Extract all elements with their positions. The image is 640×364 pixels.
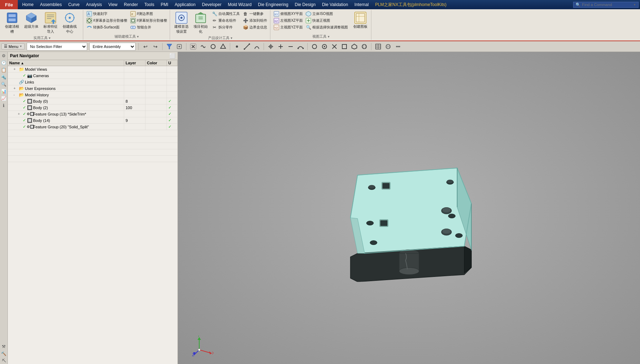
- find-command-box[interactable]: 🔍 ▼: [573, 2, 639, 8]
- nav-row-model-views[interactable]: + 📁 Model Views: [8, 66, 178, 73]
- dropdown-arrow-product[interactable]: ▼: [230, 37, 233, 40]
- nav-row-feature-group-13[interactable]: + ✓ ⚙🔲 Feature Group (13) *SideTrim* ✓: [8, 111, 178, 117]
- btn-super-cube[interactable]: 超级方体: [22, 11, 41, 31]
- btn-create-drawing[interactable]: 创建图板: [351, 11, 370, 31]
- btn-iso-view[interactable]: 立体ISO视图: [305, 11, 349, 17]
- nav-col-layer[interactable]: Layer: [124, 60, 146, 66]
- nav-row-cameras[interactable]: ✓ 📷 Cameras: [8, 73, 178, 79]
- sidebar-icon-history[interactable]: 🕐: [1, 60, 7, 66]
- btn-convert-b-surface[interactable]: 转换B-Surface面: [85, 24, 128, 31]
- cmd-rect[interactable]: [340, 43, 348, 50]
- cmd-redo[interactable]: ↪: [152, 43, 159, 50]
- sidebar-icon-layers[interactable]: 📋: [1, 67, 7, 73]
- menu-internal[interactable]: Internal: [351, 1, 371, 8]
- nav-row-body-14[interactable]: ✓ 🔲 Body (14) 9 ✓: [8, 117, 178, 124]
- menu-tools[interactable]: Tools: [142, 1, 157, 8]
- btn-front-view[interactable]: 快速正视图: [305, 17, 349, 24]
- btn-one-click-ref[interactable]: 🗑 一键删参: [242, 11, 268, 17]
- expand-model-hist[interactable]: -: [14, 93, 18, 97]
- menu-plmhome[interactable]: PLM之家NX工具包(plmhomeToolKits): [372, 1, 449, 9]
- btn-quick-adjust-view[interactable]: 🔍 根据选择快速调整视图: [305, 24, 349, 31]
- nav-row-model-history[interactable]: - 📂 Model History: [8, 92, 178, 98]
- nav-row-links[interactable]: 🔗 Links: [8, 79, 178, 85]
- cmd-arc[interactable]: [253, 43, 261, 50]
- cmd-dot-circle[interactable]: [321, 43, 328, 50]
- btn-bbox-info[interactable]: 📦 边界盒信息: [242, 24, 268, 31]
- sidebar-icon-filter[interactable]: 🔍: [1, 81, 7, 87]
- menu-view[interactable]: View: [105, 1, 120, 8]
- btn-disassemble[interactable]: ✂ 拆分零件: [211, 24, 241, 31]
- find-command-input[interactable]: [582, 2, 632, 7]
- btn-build-model-settings[interactable]: 建模首选项设置: [172, 11, 191, 35]
- cmd-more-options[interactable]: [394, 43, 402, 50]
- nav-row-feature-group-20[interactable]: ✓ ⚙🔲 Feature Group (20) "Solid_Split" ✓: [8, 124, 178, 130]
- btn-screen-poly-split[interactable]: #屏幕多边形分割修整: [85, 17, 128, 24]
- sidebar-icon-tool1[interactable]: ⚒: [1, 343, 7, 350]
- menu-developer[interactable]: Developer: [199, 1, 224, 8]
- sidebar-icon-info[interactable]: ℹ: [1, 102, 7, 109]
- sidebar-icon-chart[interactable]: 📊: [1, 88, 7, 95]
- menu-toggle[interactable]: ☰ Menu ▼: [1, 43, 25, 49]
- menu-home[interactable]: Home: [19, 1, 36, 8]
- cmd-face-select[interactable]: [219, 43, 227, 50]
- btn-create-clear-root[interactable]: 创建清根槽: [3, 11, 21, 35]
- menu-pmi[interactable]: PMI: [158, 1, 171, 8]
- file-menu-button[interactable]: File: [0, 0, 18, 9]
- cmd-table[interactable]: [374, 43, 382, 50]
- cmd-point[interactable]: [233, 43, 241, 50]
- btn-screen-rect-split[interactable]: #屏幕矩形分割修整: [129, 17, 169, 24]
- btn-project-init[interactable]: 项目初始化: [191, 11, 210, 35]
- btn-rename-part[interactable]: ✏ 重命名组件: [211, 17, 241, 24]
- btn-measure-border[interactable]: # #测边界图: [129, 11, 169, 17]
- selection-filter-select[interactable]: No Selection Filter: [27, 43, 87, 50]
- btn-top-xy-view[interactable]: XY 俯视图XY平面: [273, 11, 304, 17]
- cmd-render-sphere[interactable]: [360, 43, 368, 50]
- btn-create-curve-center[interactable]: 创建曲线中心: [60, 11, 79, 35]
- cmd-circle[interactable]: [311, 43, 318, 50]
- btn-standard-feature[interactable]: 标准特征导入: [41, 11, 60, 35]
- nav-col-name[interactable]: Name ▲: [8, 60, 124, 66]
- sidebar-icon-tool2[interactable]: 🔨: [1, 350, 7, 357]
- nav-col-color[interactable]: Color: [146, 60, 167, 66]
- cmd-cross[interactable]: [330, 43, 338, 50]
- cmd-chain-select[interactable]: [199, 43, 207, 50]
- menu-assemblies[interactable]: Assemblies: [37, 1, 64, 8]
- viewport[interactable]: X Y Z: [178, 52, 640, 364]
- menu-die-engineering[interactable]: Die Engineering: [255, 1, 291, 8]
- menu-analysis[interactable]: Analysis: [83, 1, 105, 8]
- cmd-crosshair[interactable]: [267, 43, 275, 50]
- cmd-shape[interactable]: [350, 43, 358, 50]
- expand-model-views[interactable]: +: [14, 67, 18, 71]
- cmd-select-filter[interactable]: [165, 43, 173, 50]
- sidebar-icon-graph[interactable]: 📈: [1, 95, 7, 102]
- btn-main-yz-view[interactable]: YZ 主视图YZ平面: [273, 24, 304, 31]
- cmd-undo[interactable]: ↩: [142, 43, 149, 50]
- dropdown-arrow-view[interactable]: ▼: [327, 35, 330, 38]
- dropdown-arrow-aux[interactable]: ▼: [137, 35, 139, 38]
- cmd-single-select[interactable]: [189, 43, 197, 50]
- menu-application[interactable]: Application: [172, 1, 199, 8]
- dropdown-arrow-practical[interactable]: ▼: [48, 37, 51, 40]
- sidebar-icon-tool3[interactable]: ⛏: [1, 358, 7, 364]
- menu-mold-wizard[interactable]: Mold Wizard: [225, 1, 254, 8]
- btn-smart-merge[interactable]: 智能合并: [129, 24, 169, 31]
- expand-fg13[interactable]: +: [18, 112, 22, 116]
- cmd-snap-point[interactable]: [175, 43, 183, 50]
- cmd-dash[interactable]: [287, 43, 295, 50]
- cmd-plus[interactable]: [277, 43, 285, 50]
- btn-auto-property[interactable]: 🔧 自动属性工具: [211, 11, 241, 17]
- part-nav-maximize[interactable]: ⬜: [169, 53, 175, 59]
- sidebar-icon-assembly[interactable]: 🔩: [1, 74, 7, 80]
- find-command-dropdown[interactable]: ▼: [633, 3, 636, 6]
- menu-die-design[interactable]: Die Design: [292, 1, 319, 8]
- menu-curve[interactable]: Curve: [65, 1, 83, 8]
- cmd-edit-curve[interactable]: [297, 43, 305, 50]
- expand-user-expr[interactable]: +: [14, 86, 18, 90]
- nav-row-user-expressions[interactable]: + 📂 User Expressions: [8, 85, 178, 92]
- cmd-line[interactable]: [243, 43, 251, 50]
- nav-row-body-2[interactable]: ✓ 🔲 Body (2) 100 ✓: [8, 105, 178, 111]
- btn-quick-engrave[interactable]: A 快速刻字: [85, 11, 128, 17]
- sidebar-icon-settings[interactable]: ⚙: [1, 53, 7, 59]
- menu-render[interactable]: Render: [121, 1, 141, 8]
- btn-left-xz-view[interactable]: XZ 左视图XZ平面: [273, 17, 304, 24]
